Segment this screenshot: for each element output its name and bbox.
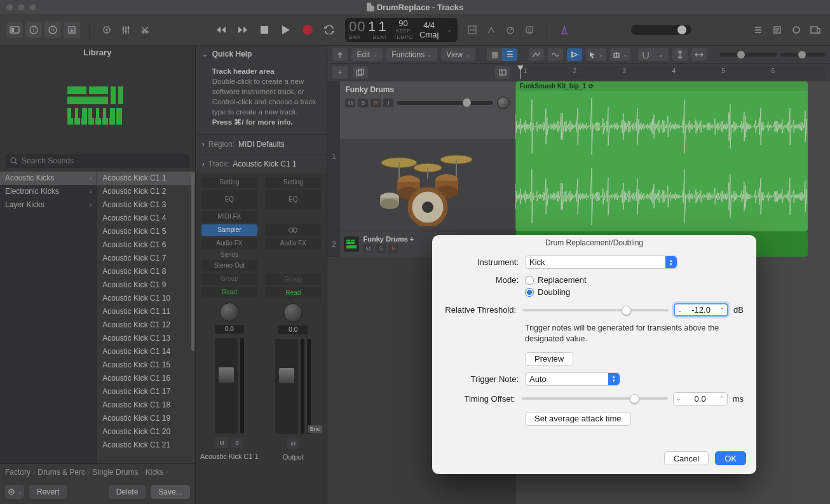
edit-menu[interactable]: Edit⌄	[351, 48, 383, 61]
region-inspector-row[interactable]: ›Region: MIDI Defaults	[196, 135, 327, 154]
hierarchy-icon[interactable]	[332, 48, 348, 61]
track-input-monitor[interactable]: I	[383, 99, 393, 107]
library-breadcrumb[interactable]: Factory›Drums & Perc›Single Drums›Kicks›	[0, 463, 195, 480]
catch-playhead-icon[interactable]	[567, 48, 582, 61]
flex-icon[interactable]	[548, 48, 563, 61]
quickhelp-toggle-icon[interactable]: ?	[44, 22, 61, 38]
mixer-icon[interactable]	[118, 22, 134, 38]
step-up-icon[interactable]: ⌃	[717, 307, 727, 313]
automation-mode[interactable]: Read	[201, 287, 257, 298]
stereo-indicator[interactable]	[265, 224, 321, 236]
vertical-zoom-icon[interactable]	[672, 48, 688, 61]
lcd-bar[interactable]: 00	[349, 18, 365, 34]
pan-value[interactable]: 0.0	[215, 325, 244, 334]
automation-icon[interactable]	[529, 48, 544, 61]
track-name[interactable]: Funky Drums +	[363, 235, 414, 243]
lcd-tempo[interactable]: 90	[398, 19, 407, 27]
instrument-slot[interactable]: Sampler	[201, 224, 257, 236]
list-view-icon[interactable]: ☰	[502, 48, 517, 61]
library-category[interactable]: Layer Kicks›	[0, 198, 97, 212]
audio-region[interactable]: FunkSmash Kit_bip_1⟳	[515, 81, 808, 231]
automation-mode[interactable]: Read	[265, 287, 321, 299]
left-click-tool[interactable]: ⌄	[586, 48, 606, 61]
library-category[interactable]: Electronic Kicks›	[0, 185, 97, 198]
step-down-icon[interactable]: ⌄	[674, 395, 684, 402]
horizontal-zoom-slider[interactable]	[719, 53, 777, 57]
list-editors-icon[interactable]	[750, 22, 766, 38]
inspector-toggle-icon[interactable]: i	[25, 22, 42, 38]
horizontal-auto-zoom-icon[interactable]	[691, 48, 707, 61]
cycle-button[interactable]	[320, 21, 339, 39]
media-browser-icon[interactable]	[807, 22, 824, 38]
grid-view-icon[interactable]: ▦	[487, 48, 502, 61]
mode-replacement-radio[interactable]: Replacement	[525, 275, 744, 285]
revert-button[interactable]: Revert	[29, 485, 67, 499]
threshold-slider[interactable]	[522, 309, 669, 311]
search-input[interactable]: Search Sounds	[5, 154, 190, 168]
breadcrumb-segment[interactable]: Kicks	[146, 468, 164, 477]
lcd-mode-menu[interactable]: ⌄	[445, 26, 454, 33]
snap-mode-icon[interactable]	[638, 48, 653, 61]
library-toggle-icon[interactable]	[6, 22, 23, 38]
scissors-icon[interactable]	[137, 22, 153, 38]
breadcrumb-segment[interactable]: Factory	[5, 468, 31, 477]
view-menu[interactable]: View⌄	[441, 48, 475, 61]
group-slot[interactable]: Group	[201, 273, 257, 285]
global-tracks-button[interactable]	[495, 66, 510, 79]
bounce-button[interactable]: Bnc	[308, 425, 323, 433]
library-patch[interactable]: Acoustic Kick C1 1	[97, 172, 194, 185]
track-header[interactable]: Funky Drums M S R I	[340, 81, 515, 139]
add-track-button[interactable]: ＋	[332, 66, 348, 79]
track-pan-knob[interactable]	[497, 97, 510, 109]
timing-slider[interactable]	[522, 397, 668, 400]
lcd-timesig[interactable]: 4/4	[423, 21, 435, 29]
bar-ruler[interactable]: 123456	[520, 66, 825, 79]
library-patch[interactable]: Acoustic Kick C1 4	[97, 212, 194, 225]
library-patch[interactable]: Acoustic Kick C1 18	[97, 398, 194, 412]
mute-button[interactable]: M	[215, 438, 228, 448]
pan-knob[interactable]	[220, 303, 239, 322]
loops-icon[interactable]	[788, 22, 805, 38]
step-down-icon[interactable]: ⌄	[675, 307, 685, 313]
toolbar-toggle-icon[interactable]	[64, 22, 80, 38]
lcd-display[interactable]: 00 1 1 BARBEAT 90 KEEP TEMPO 4/4 Cmaj ⌄	[345, 18, 458, 42]
eq-slot[interactable]: EQ	[265, 190, 321, 209]
audiofx-slot[interactable]: Audio FX	[201, 238, 257, 249]
library-patch[interactable]: Acoustic Kick C1 10	[97, 292, 194, 305]
functions-menu[interactable]: Functions⌄	[386, 48, 437, 61]
track-volume-slider[interactable]	[397, 101, 493, 105]
low-latency-icon[interactable]	[483, 22, 500, 38]
group-slot[interactable]: Group	[265, 274, 321, 285]
pan-knob[interactable]	[283, 303, 303, 322]
setting-slot[interactable]: Setting	[201, 177, 257, 188]
cancel-button[interactable]: Cancel	[664, 451, 709, 465]
save-button[interactable]: Save...	[151, 485, 189, 499]
notepad-icon[interactable]	[769, 22, 786, 38]
library-patch[interactable]: Acoustic Kick C1 16	[97, 372, 194, 385]
track-solo[interactable]: S	[376, 244, 386, 253]
delete-button[interactable]: Delete	[109, 485, 146, 499]
master-volume-slider[interactable]	[631, 25, 691, 35]
timing-stepper[interactable]: ⌄0.0⌃	[673, 392, 728, 405]
breadcrumb-segment[interactable]: Drums & Perc	[37, 468, 85, 477]
stop-button[interactable]	[255, 21, 274, 39]
threshold-stepper[interactable]: ⌄-12.0⌃	[674, 303, 728, 317]
library-patch[interactable]: Acoustic Kick C1 7	[97, 252, 194, 265]
replace-mode-icon[interactable]	[464, 22, 480, 38]
volume-fader[interactable]	[215, 338, 238, 433]
library-patch[interactable]: Acoustic Kick C1 9	[97, 278, 194, 292]
vertical-zoom-slider[interactable]	[780, 53, 825, 57]
smart-controls-icon[interactable]	[99, 22, 115, 38]
track-record[interactable]: R	[371, 99, 381, 107]
ok-button[interactable]: OK	[715, 451, 746, 465]
library-patch[interactable]: Acoustic Kick C1 3	[97, 198, 194, 212]
library-patch[interactable]: Acoustic Kick C1 14	[97, 345, 194, 358]
library-patch[interactable]: Acoustic Kick C1 19	[97, 412, 194, 425]
forward-button[interactable]	[233, 21, 252, 39]
library-patch[interactable]: Acoustic Kick C1 5	[97, 225, 194, 238]
solo-safe-icon[interactable]: S	[521, 22, 538, 38]
setting-slot[interactable]: Setting	[265, 177, 321, 188]
library-options-menu[interactable]: ⌄	[5, 485, 24, 499]
solo-button[interactable]: S	[231, 438, 243, 448]
quickhelp-disclosure[interactable]: ⌄Quick Help	[196, 46, 327, 62]
